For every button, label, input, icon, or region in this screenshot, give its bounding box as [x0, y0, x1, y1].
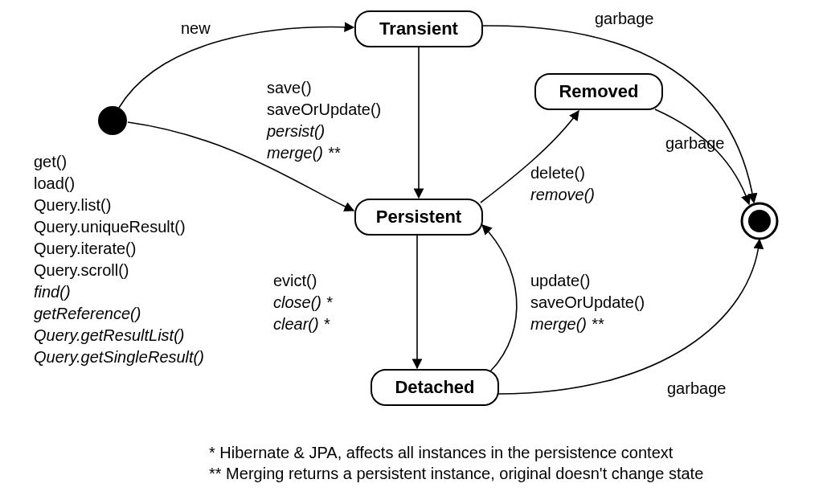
edge-label-line: merge() ** [530, 315, 604, 333]
state-removed-label: Removed [559, 81, 638, 101]
svg-point-1 [748, 210, 771, 232]
edge-label-line: save() [267, 79, 312, 96]
footnote-dstar: ** Merging returns a persistent instance… [209, 465, 703, 482]
edge-label-line: close() * [273, 293, 334, 311]
edge-label-garbage-detached: garbage [667, 379, 726, 397]
edge-label-line: Query.getSingleResult() [34, 348, 204, 366]
edge-label-garbage-removed: garbage [665, 134, 724, 152]
edge-labels-transient-persistent: save()saveOrUpdate()persist()merge() ** [266, 79, 381, 162]
edge-label-line: remove() [530, 186, 595, 203]
footnote-star: * Hibernate & JPA, affects all instances… [209, 444, 674, 461]
state-removed: Removed [535, 74, 662, 109]
final-state [742, 203, 777, 239]
edge-label-line: evict() [273, 272, 317, 289]
edge-label-line: Query.scroll() [34, 261, 129, 279]
edge-labels-persistent-removed: delete()remove() [530, 164, 595, 203]
edge-label-line: Query.list() [34, 196, 111, 214]
edge-detached-persistent [482, 225, 517, 371]
edge-label-line: persist() [266, 122, 325, 140]
edge-labels-detached-persistent: update()saveOrUpdate()merge() ** [530, 272, 645, 333]
edge-label-line: merge() ** [267, 144, 341, 162]
edge-transient-final [482, 26, 754, 203]
edge-removed-final [655, 109, 749, 204]
initial-state [98, 106, 127, 135]
edge-label-new: new [181, 19, 211, 37]
edge-label-line: clear() * [273, 315, 330, 333]
edge-initial-transient [119, 27, 354, 108]
state-persistent-label: Persistent [376, 207, 462, 227]
edge-labels-persistent-detached: evict()close() *clear() * [273, 272, 334, 333]
edge-label-line: Query.iterate() [34, 240, 136, 257]
edge-label-line: update() [530, 272, 591, 289]
edge-label-line: Query.uniqueResult() [34, 218, 186, 236]
state-transient: Transient [355, 11, 482, 47]
state-persistent: Persistent [355, 199, 482, 235]
edge-label-line: get() [34, 153, 67, 170]
edge-label-line: load() [34, 174, 75, 192]
edge-label-line: Query.getResultList() [34, 326, 184, 344]
state-detached-label: Detached [395, 377, 474, 397]
state-diagram: Transient Removed Persistent Detached ne… [0, 0, 823, 504]
edge-labels-initial-persistent: get()load()Query.list()Query.uniqueResul… [34, 153, 204, 366]
edge-label-garbage-transient: garbage [595, 10, 653, 27]
edge-label-line: saveOrUpdate() [530, 293, 645, 311]
edge-label-line: getReference() [34, 305, 141, 322]
edge-label-line: find() [34, 283, 71, 301]
state-detached: Detached [371, 370, 498, 405]
edge-label-line: delete() [530, 164, 585, 182]
edge-label-line: saveOrUpdate() [267, 100, 381, 118]
state-transient-label: Transient [379, 18, 458, 39]
